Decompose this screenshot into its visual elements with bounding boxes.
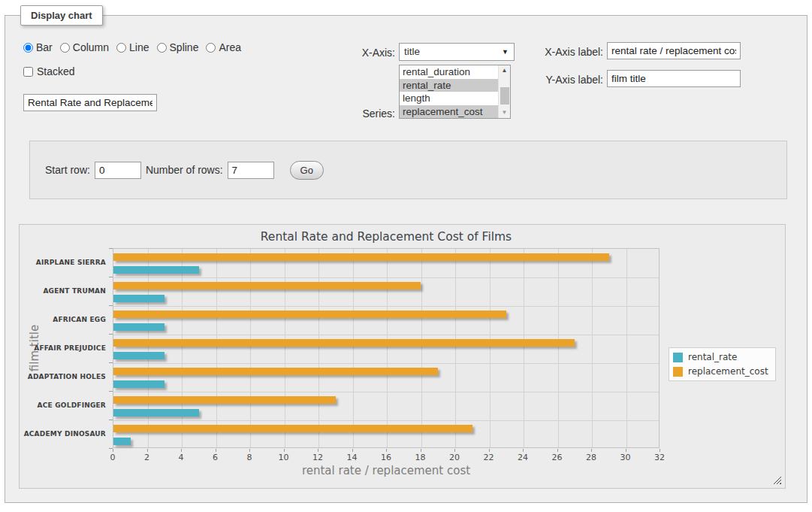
- gridline-vertical: [558, 249, 559, 447]
- chart-type-radio-area[interactable]: [206, 43, 216, 53]
- gridline-vertical: [421, 249, 422, 447]
- x-tick-mark: [352, 449, 353, 452]
- category-label: AFFAIR PREJUDICE: [34, 334, 106, 362]
- x-tick-label: 26: [542, 453, 572, 462]
- x-axis-label-field-label: X-Axis label:: [527, 46, 603, 58]
- bar-replacement_cost: [113, 311, 506, 318]
- x-tick-label: 6: [201, 453, 231, 462]
- series-option-replacement_cost[interactable]: replacement_cost: [400, 105, 498, 119]
- x-tick-mark: [421, 449, 421, 452]
- bar-rental_rate: [113, 266, 199, 274]
- x-tick-label: 30: [611, 453, 641, 462]
- x-axis-label-input[interactable]: [607, 42, 741, 59]
- scrollbar-thumb[interactable]: [500, 87, 509, 104]
- series-option-length[interactable]: length: [400, 92, 498, 105]
- series-option-rental_rate[interactable]: rental_rate: [400, 79, 498, 92]
- x-tick-mark: [591, 449, 592, 452]
- category-label: AGENT TRUMAN: [43, 277, 106, 305]
- gridline-vertical: [387, 249, 388, 447]
- bar-replacement_cost: [113, 368, 438, 375]
- bar-rental_rate: [113, 409, 199, 417]
- bar-rental_rate: [113, 352, 165, 359]
- x-tick-mark: [216, 449, 216, 452]
- x-tick-mark: [147, 449, 148, 452]
- gridline-horizontal: [113, 392, 659, 392]
- stacked-option: Stacked: [23, 65, 75, 77]
- chart-type-area[interactable]: Area: [206, 41, 241, 53]
- x-tick-label: 24: [508, 453, 538, 462]
- x-tick-mark: [181, 449, 182, 452]
- category-label: ACE GOLDFINGER: [38, 391, 106, 420]
- series-scrollbar[interactable]: ▲ ▼: [498, 65, 510, 118]
- series-multiselect[interactable]: rental_durationrental_ratelengthreplacem…: [399, 65, 511, 119]
- chart-x-axis-title: rental rate / replacement cost: [113, 464, 660, 477]
- gridline-vertical: [285, 249, 285, 447]
- x-tick-mark: [557, 449, 558, 452]
- chart-title: Rental Rate and Replacement Cost of Film…: [113, 230, 660, 244]
- resize-grip-icon[interactable]: [773, 476, 781, 484]
- bar-rental_rate: [113, 295, 165, 302]
- legend-swatch-replacement_cost: [673, 367, 683, 377]
- chart-type-spline[interactable]: Spline: [157, 41, 199, 53]
- go-button[interactable]: Go: [290, 161, 324, 180]
- bar-rental_rate: [113, 323, 165, 331]
- stacked-checkbox[interactable]: [23, 67, 33, 77]
- chart-type-radio-spline[interactable]: [157, 43, 167, 53]
- chart-type-radio-label: Column: [73, 41, 109, 53]
- chart-title-input[interactable]: [23, 94, 157, 111]
- x-tick-label: 10: [269, 453, 299, 462]
- x-tick-mark: [249, 449, 250, 452]
- chart-type-line[interactable]: Line: [116, 41, 149, 53]
- start-row-input[interactable]: [95, 162, 141, 179]
- series-option-rental_duration[interactable]: rental_duration: [400, 65, 498, 79]
- y-axis-label-input[interactable]: [607, 70, 741, 87]
- chevron-down-icon: ▼: [502, 49, 509, 56]
- chart-type-radio-column[interactable]: [60, 43, 70, 53]
- chart-type-radio-bar[interactable]: [23, 43, 33, 53]
- x-tick-mark: [660, 449, 660, 452]
- chart-type-radio-group: BarColumnLineSplineArea: [23, 41, 249, 53]
- x-tick-label: 16: [371, 453, 401, 462]
- number-of-rows-input[interactable]: [228, 162, 274, 179]
- chart-type-radio-label: Line: [129, 41, 149, 53]
- gridline-horizontal: [113, 306, 659, 307]
- y-tick-mark: [109, 277, 113, 277]
- category-label: AIRPLANE SIERRA: [36, 248, 106, 277]
- x-tick-label: 12: [303, 453, 333, 462]
- x-axis-select-value: title: [404, 46, 420, 57]
- scroll-down-icon[interactable]: ▼: [499, 108, 510, 118]
- x-tick-mark: [454, 449, 455, 452]
- y-tick-mark: [109, 420, 113, 420]
- gridline-vertical: [353, 249, 354, 447]
- stacked-label: Stacked: [37, 65, 75, 77]
- chart-type-radio-label: Spline: [170, 41, 199, 53]
- x-tick-label: 4: [166, 453, 196, 462]
- gridline-vertical: [490, 249, 491, 447]
- category-label: ADAPTATION HOLES: [28, 362, 106, 391]
- start-row-label: Start row:: [45, 164, 90, 176]
- x-axis-select[interactable]: title ▼: [399, 43, 515, 61]
- y-tick-mark: [109, 448, 113, 449]
- x-tick-label: 32: [644, 453, 675, 462]
- chart-type-column[interactable]: Column: [60, 41, 109, 53]
- chart-plot-area: [113, 248, 660, 448]
- x-tick-label: 18: [406, 453, 436, 462]
- gridline-horizontal: [113, 277, 659, 278]
- scroll-up-icon[interactable]: ▲: [499, 65, 510, 76]
- legend-label: replacement_cost: [688, 366, 768, 377]
- series-options: rental_durationrental_ratelengthreplacem…: [400, 65, 498, 118]
- chart-type-radio-line[interactable]: [116, 43, 126, 53]
- chart-type-bar[interactable]: Bar: [23, 41, 53, 53]
- x-tick-mark: [523, 449, 524, 452]
- category-label: ACADEMY DINOSAUR: [24, 420, 106, 448]
- chart-container: Rental Rate and Replacement Cost of Film…: [19, 224, 786, 489]
- row-range-panel: Start row: Number of rows: Go: [29, 141, 787, 199]
- gridline-vertical: [148, 249, 149, 447]
- bar-rental_rate: [113, 380, 165, 388]
- x-tick-mark: [489, 449, 490, 452]
- x-tick-label: 20: [439, 453, 469, 462]
- gridline-horizontal: [113, 420, 659, 421]
- x-tick-label: 28: [576, 453, 606, 462]
- legend-swatch-rental_rate: [673, 353, 683, 362]
- x-tick-mark: [113, 449, 113, 452]
